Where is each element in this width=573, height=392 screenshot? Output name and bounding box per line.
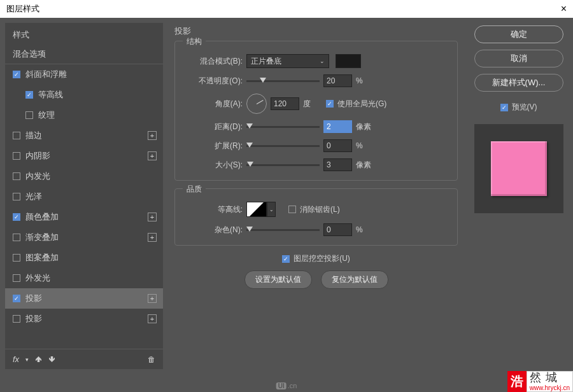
- default-buttons-row: 设置为默认值 复位为默认值: [174, 270, 458, 289]
- global-light-checkbox[interactable]: [326, 100, 334, 108]
- size-input[interactable]: [323, 158, 352, 171]
- opacity-row: 不透明度(O): %: [184, 74, 448, 87]
- style-checkbox[interactable]: [13, 132, 20, 139]
- opacity-label: 不透明度(O):: [184, 76, 243, 87]
- actions-panel: 确定 取消 新建样式(W)... 预览(V): [469, 23, 568, 369]
- distance-input[interactable]: [323, 120, 352, 133]
- move-up-icon[interactable]: 🡹: [35, 356, 42, 363]
- noise-label: 杂色(N):: [184, 225, 243, 235]
- size-label: 大小(S):: [184, 160, 243, 171]
- add-effect-icon[interactable]: +: [148, 233, 157, 242]
- distance-slider[interactable]: [246, 126, 320, 128]
- style-item[interactable]: 光泽: [5, 186, 163, 207]
- style-checkbox[interactable]: [13, 254, 20, 262]
- blend-options[interactable]: 混合选项: [5, 45, 163, 64]
- style-checkbox[interactable]: [13, 213, 20, 221]
- style-label: 等高线: [38, 89, 63, 101]
- style-item[interactable]: 图案叠加: [5, 248, 163, 268]
- styles-panel: 样式 混合选项 斜面和浮雕等高线纹理描边+内阴影+内发光光泽颜色叠加+渐变叠加+…: [5, 23, 163, 369]
- dialog-body: 样式 混合选项 斜面和浮雕等高线纹理描边+内阴影+内发光光泽颜色叠加+渐变叠加+…: [0, 18, 573, 374]
- settings-panel: 投影 结构 混合模式(B): 正片叠底 ⌄ 不透明度(O): % 角度(A):: [168, 23, 464, 369]
- title-bar: 图层样式 ×: [0, 0, 573, 18]
- style-label: 颜色叠加: [25, 211, 59, 223]
- style-item[interactable]: 渐变叠加+: [5, 227, 163, 248]
- chevron-down-icon: ⌄: [320, 58, 325, 64]
- contour-select[interactable]: ⌄: [246, 202, 276, 217]
- style-checkbox[interactable]: [25, 91, 33, 99]
- preview-box: [474, 124, 563, 213]
- add-effect-icon[interactable]: +: [148, 294, 157, 303]
- new-style-button[interactable]: 新建样式(W)...: [474, 74, 563, 92]
- angle-dial[interactable]: [246, 94, 267, 114]
- style-label: 投影: [25, 293, 42, 304]
- blend-mode-select[interactable]: 正片叠底 ⌄: [246, 54, 329, 68]
- fx-label[interactable]: fx: [13, 354, 19, 364]
- blend-mode-label: 混合模式(B):: [184, 56, 243, 67]
- size-row: 大小(S): 像素: [184, 158, 448, 171]
- knockout-row: 图层挖空投影(U): [174, 253, 458, 264]
- reset-default-button[interactable]: 复位为默认值: [321, 270, 388, 289]
- antialias-checkbox[interactable]: [288, 206, 296, 213]
- styles-header[interactable]: 样式: [5, 23, 163, 45]
- cancel-button[interactable]: 取消: [474, 50, 563, 67]
- contour-label: 等高线:: [184, 204, 243, 215]
- uicn-text: .cn: [288, 382, 297, 389]
- style-label: 斜面和浮雕: [25, 69, 67, 80]
- size-slider[interactable]: [246, 164, 320, 166]
- style-checkbox[interactable]: [13, 315, 20, 323]
- style-checkbox[interactable]: [13, 234, 20, 241]
- style-item[interactable]: 投影+: [5, 309, 163, 329]
- ok-button[interactable]: 确定: [474, 25, 563, 43]
- add-effect-icon[interactable]: +: [148, 213, 157, 221]
- style-label: 图案叠加: [25, 252, 59, 263]
- add-effect-icon[interactable]: +: [148, 131, 157, 140]
- style-list: 斜面和浮雕等高线纹理描边+内阴影+内发光光泽颜色叠加+渐变叠加+图案叠加外发光投…: [5, 64, 163, 349]
- style-checkbox[interactable]: [13, 295, 20, 302]
- add-effect-icon[interactable]: +: [148, 151, 157, 160]
- global-light-label: 使用全局光(G): [337, 99, 386, 109]
- style-item[interactable]: 颜色叠加+: [5, 207, 163, 227]
- style-checkbox[interactable]: [13, 152, 20, 160]
- preview-checkbox[interactable]: [500, 104, 508, 111]
- style-item[interactable]: 等高线: [5, 85, 163, 105]
- style-checkbox[interactable]: [13, 193, 20, 200]
- close-icon[interactable]: ×: [561, 3, 567, 15]
- trash-icon[interactable]: 🗑: [148, 355, 155, 364]
- style-item[interactable]: 斜面和浮雕: [5, 64, 163, 85]
- shadow-color-swatch[interactable]: [336, 54, 361, 68]
- structure-fieldset: 结构 混合模式(B): 正片叠底 ⌄ 不透明度(O): % 角度(A): 度: [174, 41, 458, 181]
- style-item[interactable]: 外发光: [5, 268, 163, 288]
- move-down-icon[interactable]: 🡻: [48, 356, 55, 363]
- uicn-logo: UI .cn: [276, 382, 297, 389]
- watermark-rest: 然 城 www.hryckj.cn: [527, 371, 573, 392]
- style-checkbox[interactable]: [13, 172, 20, 180]
- style-item[interactable]: 投影+: [5, 288, 163, 309]
- angle-label: 角度(A):: [184, 99, 243, 109]
- style-checkbox[interactable]: [13, 71, 20, 78]
- spread-row: 扩展(R): %: [184, 139, 448, 152]
- angle-input[interactable]: [271, 97, 299, 110]
- opacity-slider[interactable]: [246, 80, 320, 82]
- knockout-checkbox[interactable]: [282, 255, 290, 263]
- spread-unit: %: [356, 141, 375, 150]
- style-item[interactable]: 纹理: [5, 105, 163, 125]
- spread-input[interactable]: [323, 139, 352, 152]
- style-label: 描边: [25, 130, 42, 141]
- style-checkbox[interactable]: [25, 111, 33, 119]
- contour-swatch: [246, 202, 267, 217]
- style-item[interactable]: 内阴影+: [5, 146, 163, 166]
- watermark-zh: 然 城: [530, 372, 570, 384]
- add-effect-icon[interactable]: +: [148, 314, 157, 323]
- noise-input[interactable]: [323, 223, 352, 236]
- knockout-label: 图层挖空投影(U): [294, 253, 350, 264]
- style-checkbox[interactable]: [13, 274, 20, 282]
- preview-swatch: [491, 141, 547, 196]
- style-item[interactable]: 描边+: [5, 125, 163, 146]
- noise-slider[interactable]: [246, 229, 320, 231]
- style-label: 光泽: [25, 191, 42, 202]
- watermark: 浩 然 城 www.hryckj.cn: [507, 371, 573, 392]
- opacity-input[interactable]: [323, 74, 352, 87]
- set-default-button[interactable]: 设置为默认值: [244, 270, 312, 289]
- style-item[interactable]: 内发光: [5, 166, 163, 186]
- spread-slider[interactable]: [246, 145, 320, 147]
